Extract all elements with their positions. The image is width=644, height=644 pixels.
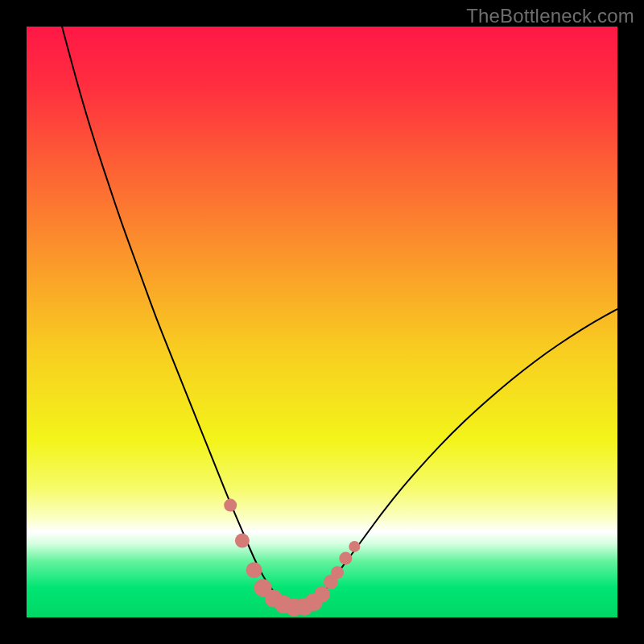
curve-marker <box>235 534 250 548</box>
curve-marker <box>224 499 237 512</box>
curve-marker <box>339 552 352 565</box>
gradient-background <box>27 27 617 617</box>
curve-marker <box>349 541 360 552</box>
chart-frame: TheBottleneck.com <box>0 0 644 644</box>
plot-area <box>27 27 617 617</box>
curve-marker <box>314 586 330 602</box>
bottleneck-chart <box>27 27 617 617</box>
watermark-text: TheBottleneck.com <box>466 5 634 27</box>
curve-marker <box>331 566 344 579</box>
curve-marker <box>246 562 262 578</box>
